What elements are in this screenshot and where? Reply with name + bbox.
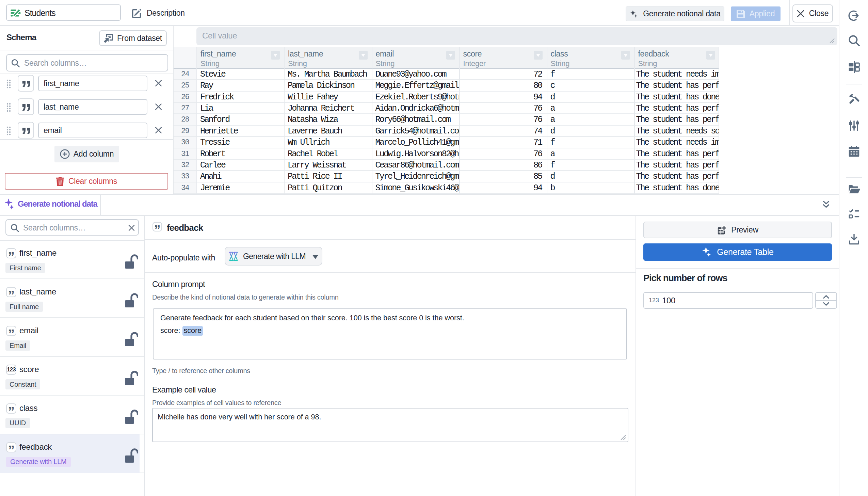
svg-text:”: ” (21, 76, 32, 91)
svg-text:”: ” (8, 326, 14, 336)
svg-text:”: ” (8, 249, 14, 258)
svg-text:”: ” (8, 288, 14, 297)
svg-text:”: ” (21, 99, 32, 115)
svg-text:”: ” (154, 223, 160, 231)
svg-text:”: ” (21, 123, 32, 138)
svg-text:”: ” (8, 404, 14, 413)
svg-text:”: ” (8, 443, 14, 452)
